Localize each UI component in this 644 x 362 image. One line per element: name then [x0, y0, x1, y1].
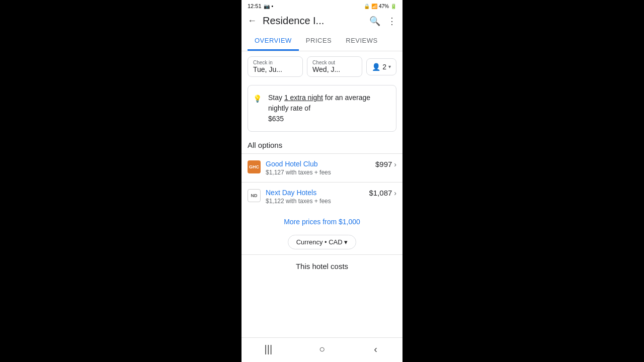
check-in-label: Check in — [253, 60, 297, 65]
more-options-icon[interactable]: ⋮ — [387, 16, 396, 27]
good-hotel-club-tax: $1,127 with taxes + fees — [266, 169, 370, 176]
search-icon[interactable]: 🔍 — [369, 16, 380, 27]
next-day-hotels-name: Next Day Hotels — [266, 189, 364, 197]
tab-reviews[interactable]: REVIEWS — [339, 31, 384, 51]
status-bar: 12:51 📷 • 🔒 📶 47% 🔋 — [242, 0, 403, 11]
menu-button[interactable]: ||| — [259, 343, 277, 355]
page-title: Residence I... — [263, 15, 363, 27]
top-bar: ← Residence I... 🔍 ⋮ — [242, 11, 403, 31]
status-left: 12:51 📷 • — [248, 3, 273, 9]
good-hotel-club-price: $997 — [375, 160, 392, 168]
next-day-hotels-info: Next Day Hotels $1,122 with taxes + fees — [266, 189, 364, 205]
tabs-bar: OVERVIEW PRICES REVIEWS — [242, 31, 403, 51]
back-button[interactable]: ← — [248, 16, 257, 26]
wifi-icon: 📶 — [371, 4, 377, 9]
top-icons: 🔍 ⋮ — [369, 16, 396, 27]
check-out-picker[interactable]: Check out Wed, J... — [307, 56, 362, 77]
currency-selector[interactable]: Currency • CAD ▾ — [288, 235, 357, 249]
tab-overview[interactable]: OVERVIEW — [248, 31, 299, 51]
all-options-title: All options — [242, 135, 403, 153]
check-out-value: Wed, J... — [312, 65, 357, 73]
option-good-hotel-club[interactable]: GHC Good Hotel Club $1,127 with taxes + … — [242, 153, 403, 182]
good-hotel-club-name: Good Hotel Club — [266, 160, 370, 168]
next-day-hotels-logo: ND — [248, 189, 261, 202]
info-text1: Stay — [268, 94, 284, 102]
good-hotel-club-price-wrap: $997 › — [375, 160, 396, 168]
guests-count: 2 — [382, 63, 386, 71]
lock-icon: 🔒 — [364, 4, 370, 9]
date-row: Check in Tue, Ju... Check out Wed, J... … — [242, 51, 403, 82]
guests-picker[interactable]: 👤 2 ▾ — [366, 58, 396, 75]
next-day-hotels-price: $1,087 — [369, 189, 392, 197]
hotel-costs-text: This hotel costs — [296, 262, 348, 270]
guests-dropdown-arrow: ▾ — [388, 64, 391, 69]
status-camera-icon: 📷 — [264, 4, 270, 9]
bottom-nav: ||| ○ ‹ — [242, 337, 403, 362]
next-day-hotels-tax: $1,122 with taxes + fees — [266, 198, 364, 205]
good-hotel-club-chevron: › — [394, 160, 396, 168]
check-in-value: Tue, Ju... — [253, 65, 297, 73]
guests-icon: 👤 — [372, 63, 380, 71]
lightbulb-icon: 💡 — [253, 94, 262, 104]
more-prices-link[interactable]: More prices from $1,000 — [242, 211, 403, 233]
next-day-hotels-price-wrap: $1,087 › — [369, 189, 396, 197]
option-next-day-hotels[interactable]: ND Next Day Hotels $1,122 with taxes + f… — [242, 182, 403, 211]
battery-icon: 🔋 — [390, 4, 396, 9]
extra-night-link[interactable]: 1 extra night — [284, 94, 323, 102]
info-card: 💡 Stay 1 extra night for an average nigh… — [248, 85, 396, 132]
status-right: 🔒 📶 47% 🔋 — [364, 4, 396, 9]
good-hotel-club-info: Good Hotel Club $1,127 with taxes + fees — [266, 160, 370, 176]
status-time: 12:51 — [248, 3, 262, 9]
check-out-label: Check out — [312, 60, 357, 65]
back-nav-button[interactable]: ‹ — [367, 343, 385, 355]
status-dot: • — [272, 4, 274, 9]
next-day-hotels-chevron: › — [394, 189, 396, 197]
battery-text: 47% — [379, 4, 389, 9]
home-button[interactable]: ○ — [313, 343, 331, 355]
phone-frame: 12:51 📷 • 🔒 📶 47% 🔋 ← Residence I... 🔍 ⋮… — [242, 0, 403, 362]
good-hotel-club-logo: GHC — [248, 160, 261, 173]
hotel-costs-section: This hotel costs — [242, 254, 403, 337]
info-price: $635 — [268, 115, 284, 123]
currency-wrap: Currency • CAD ▾ — [242, 233, 403, 254]
tab-prices[interactable]: PRICES — [299, 31, 339, 51]
check-in-picker[interactable]: Check in Tue, Ju... — [248, 56, 303, 77]
